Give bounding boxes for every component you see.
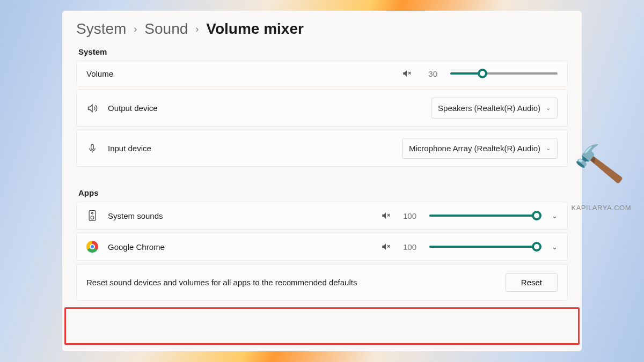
- expand-button[interactable]: ⌄: [552, 212, 558, 220]
- reset-description: Reset sound devices and volumes for all …: [86, 278, 357, 287]
- breadcrumb-current: Volume mixer: [206, 20, 304, 38]
- svg-point-5: [92, 212, 93, 214]
- mute-icon[interactable]: [381, 211, 391, 220]
- input-device-dropdown[interactable]: Microphone Array (Realtek(R) Audio) ⌄: [402, 138, 558, 159]
- reset-row: Reset sound devices and volumes for all …: [76, 264, 568, 301]
- expand-button[interactable]: ⌄: [552, 243, 558, 251]
- breadcrumb: System › Sound › Volume mixer: [76, 20, 568, 38]
- chevron-down-icon: ⌄: [546, 145, 551, 152]
- mute-icon[interactable]: [402, 69, 412, 78]
- mute-icon[interactable]: [381, 242, 391, 252]
- input-device-row: Input device Microphone Array (Realtek(R…: [76, 130, 568, 167]
- breadcrumb-system[interactable]: System: [76, 20, 126, 38]
- app-label: Google Chrome: [108, 242, 371, 252]
- watermark-text: KAPILARYA.COM: [572, 204, 632, 212]
- volume-label: Volume: [86, 69, 392, 78]
- settings-panel: System › Sound › Volume mixer System Vol…: [62, 11, 582, 351]
- volume-value: 30: [421, 69, 437, 78]
- chrome-icon: [86, 241, 98, 253]
- reset-button[interactable]: Reset: [506, 273, 558, 292]
- app-row-system-sounds: System sounds 100 ⌄: [76, 202, 568, 230]
- section-apps-label: Apps: [78, 188, 568, 197]
- output-device-selected: Speakers (Realtek(R) Audio): [438, 104, 540, 113]
- input-device-label: Input device: [108, 144, 392, 153]
- output-device-row: Output device Speakers (Realtek(R) Audio…: [76, 90, 568, 127]
- svg-rect-2: [91, 144, 94, 149]
- app-label: System sounds: [108, 211, 371, 220]
- svg-point-6: [91, 216, 94, 219]
- section-system-label: System: [78, 47, 568, 56]
- breadcrumb-sound[interactable]: Sound: [144, 20, 188, 38]
- microphone-icon: [86, 143, 98, 154]
- app-volume-slider[interactable]: [429, 242, 537, 252]
- volume-row: Volume 30: [76, 61, 568, 86]
- speaker-icon: [86, 102, 98, 114]
- chevron-right-icon: ›: [134, 24, 137, 35]
- app-volume-value: 100: [400, 211, 416, 220]
- chevron-down-icon: ⌄: [546, 105, 551, 112]
- output-device-label: Output device: [108, 104, 421, 113]
- speaker-device-icon: [86, 210, 98, 221]
- chevron-right-icon: ›: [195, 24, 199, 35]
- annotation-highlight: [64, 307, 580, 345]
- volume-slider[interactable]: [450, 69, 558, 78]
- input-device-selected: Microphone Array (Realtek(R) Audio): [409, 144, 540, 153]
- output-device-dropdown[interactable]: Speakers (Realtek(R) Audio) ⌄: [431, 98, 558, 119]
- app-volume-slider[interactable]: [429, 211, 537, 220]
- app-row-chrome: Google Chrome 100 ⌄: [76, 233, 568, 261]
- app-volume-value: 100: [400, 242, 416, 252]
